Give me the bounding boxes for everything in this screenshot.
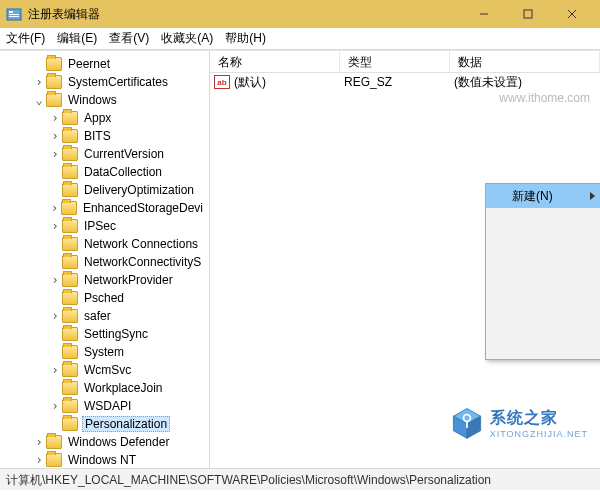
tree-node-label: WorkplaceJoin — [82, 381, 164, 395]
tree-node[interactable]: ›SystemCertificates — [4, 73, 209, 91]
tree-node[interactable]: SettingSync — [4, 325, 209, 343]
watermark-ithome: www.ithome.com — [499, 91, 590, 105]
tree-node-label: IPSec — [82, 219, 118, 233]
content-area: Peernet›SystemCertificates⌄Windows›Appx›… — [0, 50, 600, 468]
tree-node[interactable]: DeliveryOptimization — [4, 181, 209, 199]
submenu-arrow-icon — [590, 192, 595, 200]
tree-node[interactable]: ›CurrentVersion — [4, 145, 209, 163]
tree-twisty-icon[interactable]: › — [48, 201, 61, 215]
folder-icon — [62, 183, 78, 197]
tree-twisty-icon[interactable]: › — [48, 399, 62, 413]
tree-node[interactable]: ⌄Windows — [4, 91, 209, 109]
tree-node[interactable]: ›WSDAPI — [4, 397, 209, 415]
tree-node-label: Windows Defender — [66, 435, 171, 449]
tree-node[interactable]: ›IPSec — [4, 217, 209, 235]
tree-node-label: EnhancedStorageDevi — [81, 201, 205, 215]
tree-node-label: Network Connections — [82, 237, 200, 251]
tree-node-label: DataCollection — [82, 165, 164, 179]
tree-node[interactable]: DataCollection — [4, 163, 209, 181]
tree-node[interactable]: System — [4, 343, 209, 361]
folder-icon — [62, 381, 78, 395]
tree-node[interactable]: ›safer — [4, 307, 209, 325]
col-type[interactable]: 类型 — [340, 51, 450, 72]
tree-node[interactable]: ›NetworkProvider — [4, 271, 209, 289]
folder-icon — [62, 291, 78, 305]
maximize-button[interactable] — [506, 0, 550, 28]
tree-node[interactable]: Peernet — [4, 55, 209, 73]
folder-icon — [62, 237, 78, 251]
tree-node[interactable]: WorkplaceJoin — [4, 379, 209, 397]
brand-url: XITONGZHIJIA.NET — [490, 429, 588, 439]
tree-twisty-icon[interactable]: › — [48, 309, 62, 323]
folder-icon — [62, 255, 78, 269]
menu-help[interactable]: 帮助(H) — [225, 30, 266, 47]
tree-node-label: Appx — [82, 111, 113, 125]
tree-node-label: WSDAPI — [82, 399, 133, 413]
tree-node-label: SystemCertificates — [66, 75, 170, 89]
value-data: (数值未设置) — [454, 74, 600, 91]
col-name[interactable]: 名称 — [210, 51, 340, 72]
menu-edit[interactable]: 编辑(E) — [57, 30, 97, 47]
folder-icon — [62, 129, 78, 143]
tree-twisty-icon[interactable]: › — [32, 453, 46, 467]
folder-icon — [62, 363, 78, 377]
status-bar: 计算机\HKEY_LOCAL_MACHINE\SOFTWARE\Policies… — [0, 468, 600, 490]
folder-icon — [46, 57, 62, 71]
tree-node[interactable]: Psched — [4, 289, 209, 307]
tree-node-label: SettingSync — [82, 327, 150, 341]
value-list[interactable]: 名称 类型 数据 ab (默认) REG_SZ (数值未设置) www.itho… — [210, 51, 600, 468]
folder-icon — [62, 327, 78, 341]
tree-node-label: safer — [82, 309, 113, 323]
svg-rect-2 — [9, 14, 19, 15]
menu-file[interactable]: 文件(F) — [6, 30, 45, 47]
menubar: 文件(F) 编辑(E) 查看(V) 收藏夹(A) 帮助(H) — [0, 28, 600, 50]
string-value-icon: ab — [214, 75, 230, 89]
tree-node-label: Windows NT — [66, 453, 138, 467]
context-menu-parent: 新建(N) — [486, 184, 600, 359]
tree-twisty-icon[interactable]: › — [48, 219, 62, 233]
registry-tree[interactable]: Peernet›SystemCertificates⌄Windows›Appx›… — [0, 51, 210, 468]
tree-node[interactable]: ›Windows Defender — [4, 433, 209, 451]
tree-node-label: BITS — [82, 129, 113, 143]
folder-icon — [62, 273, 78, 287]
tree-twisty-icon[interactable]: › — [48, 129, 62, 143]
list-header: 名称 类型 数据 — [210, 51, 600, 73]
folder-icon — [46, 93, 62, 107]
folder-icon — [61, 201, 76, 215]
folder-icon — [46, 75, 62, 89]
minimize-button[interactable] — [462, 0, 506, 28]
tree-node-label: Psched — [82, 291, 126, 305]
tree-node[interactable]: ›BITS — [4, 127, 209, 145]
folder-icon — [62, 345, 78, 359]
tree-twisty-icon[interactable]: › — [32, 435, 46, 449]
tree-twisty-icon[interactable]: › — [48, 111, 62, 125]
menu-view[interactable]: 查看(V) — [109, 30, 149, 47]
tree-twisty-icon[interactable]: › — [48, 273, 62, 287]
tree-node-label: Windows — [66, 93, 119, 107]
col-data[interactable]: 数据 — [450, 51, 600, 72]
svg-rect-3 — [9, 16, 19, 17]
tree-node[interactable]: Personalization — [4, 415, 209, 433]
folder-icon — [62, 399, 78, 413]
tree-twisty-icon[interactable]: › — [32, 75, 46, 89]
brand-text: 系统之家 — [490, 408, 588, 429]
watermark-brand: 系统之家 XITONGZHIJIA.NET — [450, 406, 588, 440]
svg-rect-1 — [9, 11, 13, 13]
close-button[interactable] — [550, 0, 594, 28]
tree-node[interactable]: ›Appx — [4, 109, 209, 127]
tree-twisty-icon[interactable]: › — [48, 147, 62, 161]
tree-node[interactable]: ›WcmSvc — [4, 361, 209, 379]
menu-new[interactable]: 新建(N) — [486, 184, 600, 208]
tree-twisty-icon[interactable]: ⌄ — [32, 93, 46, 107]
folder-icon — [46, 435, 62, 449]
value-name: (默认) — [234, 74, 344, 91]
menu-favorites[interactable]: 收藏夹(A) — [161, 30, 213, 47]
list-row[interactable]: ab (默认) REG_SZ (数值未设置) — [210, 73, 600, 91]
tree-node-label: NetworkConnectivityS — [82, 255, 203, 269]
tree-node[interactable]: ›Windows NT — [4, 451, 209, 468]
tree-node[interactable]: Network Connections — [4, 235, 209, 253]
tree-twisty-icon[interactable]: › — [48, 363, 62, 377]
tree-node[interactable]: NetworkConnectivityS — [4, 253, 209, 271]
value-type: REG_SZ — [344, 75, 454, 89]
tree-node[interactable]: ›EnhancedStorageDevi — [4, 199, 209, 217]
